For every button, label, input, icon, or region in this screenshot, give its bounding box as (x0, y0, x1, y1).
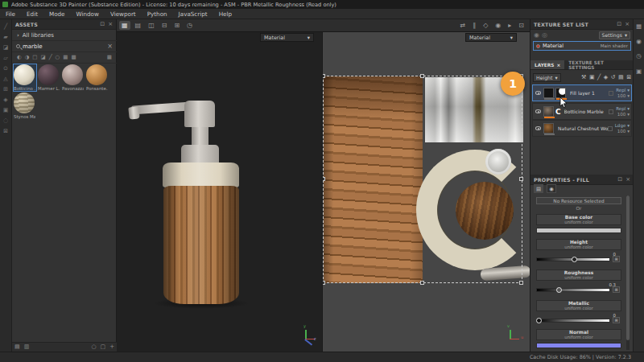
tab-texture-set-settings[interactable]: TEXTURE SET SETTINGS (564, 60, 634, 69)
layer-name[interactable]: Natural Chestnut Wood (558, 125, 608, 131)
close-icon[interactable]: × (625, 177, 630, 183)
layer-link-box[interactable] (609, 91, 613, 96)
layer-link-box[interactable] (609, 109, 613, 114)
selection-handle-top-center[interactable] (420, 74, 424, 78)
metallic-stepper-icon[interactable]: ⊞ (613, 317, 620, 323)
clear-search-icon[interactable]: × (107, 43, 113, 50)
asset-stynos[interactable]: Stynos Mar... (14, 93, 36, 119)
menu-edit[interactable]: Edit (21, 9, 43, 19)
dock-icon[interactable]: ⊡ (617, 22, 621, 27)
shelf-dock-icon[interactable]: ▣ (636, 68, 642, 75)
menu-viewport[interactable]: Viewport (105, 9, 142, 19)
roughness-slider[interactable] (536, 288, 610, 292)
close-icon[interactable]: × (625, 22, 630, 27)
delete-layer-icon[interactable]: ⊠ (626, 75, 631, 80)
selection-handle-bottom-center[interactable] (420, 281, 424, 285)
layer-row-natural-chestnut-wood[interactable]: Natural Chestnut Wood Ldge ▾ 100 ▾ (532, 120, 632, 137)
texture-set-settings-button[interactable]: Settings ▾ (599, 31, 631, 39)
blend-mode-dropdown[interactable]: Repl ▾ (616, 88, 630, 93)
selection-handle-top-left[interactable] (322, 74, 325, 78)
history-icon[interactable]: ◷ (184, 21, 195, 30)
filter-smart-masks-icon[interactable]: □ (32, 55, 37, 60)
menu-javascript[interactable]: JavaScript (173, 9, 213, 19)
visibility-eye-icon[interactable] (535, 91, 541, 95)
filter-environments-icon[interactable]: ▩ (71, 55, 76, 60)
view-grid-layout-icon[interactable]: ▤ (133, 21, 144, 30)
height-channel-button[interactable]: Height uniform color (536, 239, 621, 250)
split-horizontal-icon[interactable]: ◫ (146, 21, 157, 30)
texture-set-row-material[interactable]: Material Main shader (533, 41, 631, 51)
particles-tool-icon[interactable]: ◈ (3, 97, 7, 103)
asset-botticino[interactable]: Botticino ... (14, 64, 36, 91)
video-capture-icon[interactable]: ▸ (506, 21, 514, 30)
add-smart-material-icon[interactable]: ◈ (604, 75, 608, 80)
add-mask-icon[interactable]: ↺ (611, 75, 616, 80)
layer-name[interactable]: Fill layer 1 (570, 90, 609, 96)
metallic-channel-button[interactable]: Metallic uniform color (536, 300, 621, 311)
close-icon[interactable]: × (556, 63, 560, 68)
roughness-stepper-icon[interactable]: ⊞ (613, 286, 620, 293)
asset-pavonazza[interactable]: Pavonazza... (62, 64, 85, 91)
sync-views-icon[interactable]: ⇄ (457, 21, 468, 30)
roughness-channel-button[interactable]: Roughness uniform color (536, 269, 621, 281)
selection-handle-bottom-left[interactable] (322, 281, 325, 285)
asset-marmer[interactable]: Marmer L... (38, 64, 60, 91)
layer-content-thumbnail[interactable] (543, 106, 554, 117)
text-tool-icon[interactable]: ▣ (3, 108, 9, 113)
viewport-2d[interactable]: Material ▾ v u (322, 32, 530, 352)
axis-gizmo-3d[interactable]: y z (300, 323, 321, 344)
perspective-icon[interactable]: ◇ (481, 21, 490, 30)
height-slider[interactable] (536, 257, 610, 261)
refresh-icon[interactable]: ○ (91, 344, 96, 350)
filter-brushes-icon[interactable]: ╱ (49, 55, 52, 60)
dock-icon[interactable]: ⊡ (100, 22, 105, 27)
paint-tool-icon[interactable]: ╱ (4, 24, 7, 30)
height-stepper-icon[interactable]: ⊞ (613, 256, 620, 262)
screenshot-icon[interactable]: ⊡ (516, 21, 526, 30)
material-mode-tab-icon[interactable]: ▤ (534, 184, 543, 193)
projection-tool-icon[interactable]: ◪ (3, 45, 9, 51)
add-effect-icon[interactable]: ⚒ (581, 75, 586, 80)
opacity-dropdown[interactable]: 100 ▾ (617, 129, 630, 134)
view-3d2d-layout-icon[interactable]: ▦ (119, 21, 130, 30)
visibility-eye-icon[interactable] (535, 109, 541, 113)
selection-handle-mid-left[interactable] (322, 177, 325, 181)
close-icon[interactable]: × (108, 22, 113, 27)
preview-sphere-tab-icon[interactable]: ◉ (547, 184, 556, 193)
assets-dock-icon[interactable]: ▦ (636, 23, 642, 30)
filter-smart-materials-icon[interactable]: ◑ (25, 55, 30, 60)
transform-selection-frame[interactable] (323, 76, 522, 283)
library-selector[interactable]: › All libraries (12, 30, 117, 41)
properties-scrollbar[interactable] (626, 195, 630, 350)
search-input[interactable] (23, 43, 105, 50)
shader-settings-dock-icon[interactable]: ◉ (636, 39, 642, 45)
history-dock-icon[interactable]: ◷ (636, 53, 642, 60)
add-fill-layer-icon[interactable]: ▣ (589, 75, 595, 80)
no-resource-selected[interactable]: No Resource Selected (536, 197, 621, 204)
filter-textures-icon[interactable]: ▦ (63, 55, 68, 60)
layer-name[interactable]: Botticino Marble (564, 109, 609, 114)
smudge-tool-icon[interactable]: ⊙ (3, 66, 8, 72)
import-resources-icon[interactable]: ▤ (14, 344, 20, 350)
filter-alphas-icon[interactable]: ○ (56, 55, 60, 60)
opacity-dropdown[interactable]: 100 ▾ (617, 112, 630, 117)
opacity-dropdown[interactable]: 100 ▾ (617, 93, 630, 98)
viewport-3d[interactable]: Material ▾ y z (117, 32, 322, 352)
add-resource-icon[interactable]: + (109, 344, 114, 350)
layer-row-fill-layer-1[interactable]: Fill layer 1 Repl ▾ 100 ▾ (532, 84, 632, 101)
normal-swatch[interactable] (536, 343, 621, 348)
expand-view-icon[interactable]: ⊞ (171, 21, 182, 30)
blend-mode-dropdown[interactable]: Ldge ▾ (615, 123, 630, 128)
metallic-slider-knob[interactable] (536, 318, 542, 323)
polygon-fill-tool-icon[interactable]: ▱ (3, 56, 7, 61)
asset-ponsante[interactable]: Ponsante... (86, 64, 109, 91)
material-dropdown-3d[interactable]: Material ▾ (260, 33, 314, 42)
eraser-tool-icon[interactable]: ▰ (3, 35, 7, 40)
grid-view-icon[interactable]: ▦ (107, 55, 112, 60)
menu-help[interactable]: Help (213, 9, 237, 19)
tab-layers[interactable]: LAYERS × (530, 60, 564, 69)
axis-gizmo-2d[interactable]: v u (505, 323, 526, 344)
menu-file[interactable]: File (0, 9, 21, 19)
visibility-eye-icon[interactable] (535, 126, 541, 130)
channel-filter-dropdown[interactable]: Height ▾ (533, 73, 561, 82)
